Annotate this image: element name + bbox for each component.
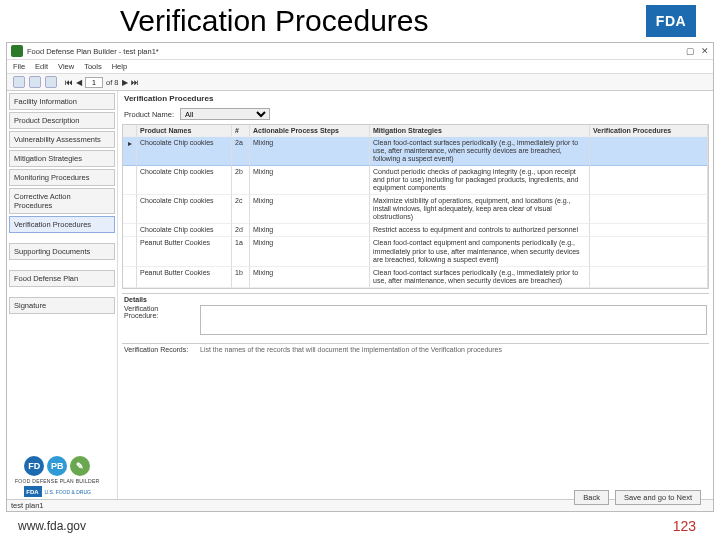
col-verification[interactable]: Verification Procedures: [590, 125, 708, 137]
toolbar-icon-2[interactable]: [29, 76, 41, 88]
table-row[interactable]: Chocolate Chip cookies2cMixingMaximize v…: [123, 195, 708, 224]
section-title: Verification Procedures: [118, 91, 713, 106]
cell-verification: [590, 237, 708, 266]
cell-verification: [590, 267, 708, 288]
menu-tools[interactable]: Tools: [84, 62, 102, 71]
nav-first-icon[interactable]: ⏮: [65, 78, 73, 87]
sidebar-item-signature[interactable]: Signature: [9, 297, 115, 314]
records-panel: Verification Records: List the names of …: [122, 343, 709, 355]
table-row[interactable]: Chocolate Chip cookies2dMixingRestrict a…: [123, 224, 708, 237]
sidebar-item-monitoring[interactable]: Monitoring Procedures: [9, 169, 115, 186]
table-row[interactable]: ▸Chocolate Chip cookies2aMixingClean foo…: [123, 137, 708, 166]
page-number: 123: [673, 518, 696, 534]
cell-step: Mixing: [250, 137, 370, 166]
nav-last-icon[interactable]: ⏭: [131, 78, 139, 87]
row-arrow-icon: [123, 237, 137, 266]
cell-mitigation: Restrict access to equipment and control…: [370, 224, 590, 237]
table-row[interactable]: Peanut Butter Cookies1bMixingClean food-…: [123, 267, 708, 288]
slide-title: Verification Procedures: [120, 4, 429, 38]
fda-logo: FDA: [646, 5, 696, 37]
logo-fd-icon: FD: [24, 456, 44, 476]
cell-mitigation: Conduct periodic checks of packaging int…: [370, 166, 590, 195]
cell-number: 2a: [232, 137, 250, 166]
page-input[interactable]: [85, 77, 103, 88]
sidebar-item-plan[interactable]: Food Defense Plan: [9, 270, 115, 287]
details-header: Details: [124, 296, 707, 303]
row-arrow-icon: [123, 267, 137, 288]
logo-wrench-icon: ✎: [70, 456, 90, 476]
sidebar-item-corrective[interactable]: Corrective Action Procedures: [9, 188, 115, 214]
cell-step: Mixing: [250, 195, 370, 224]
col-number[interactable]: #: [232, 125, 250, 137]
window-title: Food Defense Plan Builder - test plan1*: [27, 47, 159, 56]
cell-number: 2c: [232, 195, 250, 224]
toolbar-icon-1[interactable]: [13, 76, 25, 88]
cell-mitigation: Maximize visibility of operations, equip…: [370, 195, 590, 224]
cell-number: 1a: [232, 237, 250, 266]
sidebar: Facility Information Product Description…: [7, 91, 117, 499]
nav-next-icon[interactable]: ▶: [122, 78, 128, 87]
sidebar-item-verification[interactable]: Verification Procedures: [9, 216, 115, 233]
cell-number: 1b: [232, 267, 250, 288]
menu-help[interactable]: Help: [112, 62, 127, 71]
cell-verification: [590, 224, 708, 237]
cell-step: Mixing: [250, 237, 370, 266]
cell-product: Peanut Butter Cookies: [137, 237, 232, 266]
cell-product: Peanut Butter Cookies: [137, 267, 232, 288]
back-button[interactable]: Back: [574, 490, 609, 505]
logo-strip: FD PB ✎ FOOD DEFENSE PLAN BUILDER FDA U.…: [15, 456, 99, 497]
sidebar-item-mitigation[interactable]: Mitigation Strategies: [9, 150, 115, 167]
app-icon: [11, 45, 23, 57]
close-button[interactable]: ✕: [701, 46, 709, 56]
table-row[interactable]: Peanut Butter Cookies1aMixingClean food-…: [123, 237, 708, 266]
cell-product: Chocolate Chip cookies: [137, 195, 232, 224]
verification-records-label: Verification Records:: [124, 346, 194, 353]
status-tab[interactable]: test plan1: [11, 501, 44, 510]
maximize-button[interactable]: ▢: [686, 46, 695, 56]
nav-prev-icon[interactable]: ◀: [76, 78, 82, 87]
cell-number: 2b: [232, 166, 250, 195]
cell-product: Chocolate Chip cookies: [137, 137, 232, 166]
toolbar-icon-3[interactable]: [45, 76, 57, 88]
app-window: Food Defense Plan Builder - test plan1* …: [6, 42, 714, 512]
col-mitigation[interactable]: Mitigation Strategies: [370, 125, 590, 137]
cell-mitigation: Clean food-contact surfaces periodically…: [370, 267, 590, 288]
data-grid: Product Names # Actionable Process Steps…: [122, 124, 709, 289]
sidebar-item-supporting[interactable]: Supporting Documents: [9, 243, 115, 260]
cell-step: Mixing: [250, 267, 370, 288]
cell-verification: [590, 195, 708, 224]
sidebar-item-vulnerability[interactable]: Vulnerability Assessments: [9, 131, 115, 148]
table-row[interactable]: Chocolate Chip cookies2bMixingConduct pe…: [123, 166, 708, 195]
row-arrow-icon: [123, 195, 137, 224]
titlebar: Food Defense Plan Builder - test plan1* …: [7, 43, 713, 60]
grid-header: Product Names # Actionable Process Steps…: [123, 125, 708, 137]
sidebar-item-product[interactable]: Product Description: [9, 112, 115, 129]
col-steps[interactable]: Actionable Process Steps: [250, 125, 370, 137]
cell-mitigation: Clean food-contact equipment and compone…: [370, 237, 590, 266]
verification-procedure-input[interactable]: [200, 305, 707, 335]
verification-procedure-label: Verification Procedure:: [124, 305, 194, 319]
main-panel: Verification Procedures Product Name: Al…: [117, 91, 713, 499]
row-arrow-icon: ▸: [123, 137, 137, 166]
details-panel: Details Verification Procedure:: [122, 293, 709, 337]
row-arrow-icon: [123, 166, 137, 195]
fda-small-text: U.S. FOOD & DRUG: [45, 489, 91, 495]
footer-url: www.fda.gov: [18, 519, 86, 533]
menu-file[interactable]: File: [13, 62, 25, 71]
product-filter-select[interactable]: All: [180, 108, 270, 120]
cell-step: Mixing: [250, 224, 370, 237]
sidebar-item-facility[interactable]: Facility Information: [9, 93, 115, 110]
save-next-button[interactable]: Save and go to Next: [615, 490, 701, 505]
verification-records-hint: List the names of the records that will …: [200, 346, 707, 353]
logo-pb-icon: PB: [47, 456, 67, 476]
logo-strip-text: FOOD DEFENSE PLAN BUILDER: [15, 478, 99, 484]
filter-label: Product Name:: [124, 110, 174, 119]
col-product[interactable]: Product Names: [137, 125, 232, 137]
fda-small-badge: FDA: [24, 486, 42, 497]
cell-mitigation: Clean food-contact surfaces periodically…: [370, 137, 590, 166]
cell-number: 2d: [232, 224, 250, 237]
cell-product: Chocolate Chip cookies: [137, 224, 232, 237]
menu-edit[interactable]: Edit: [35, 62, 48, 71]
row-arrow-icon: [123, 224, 137, 237]
menu-view[interactable]: View: [58, 62, 74, 71]
